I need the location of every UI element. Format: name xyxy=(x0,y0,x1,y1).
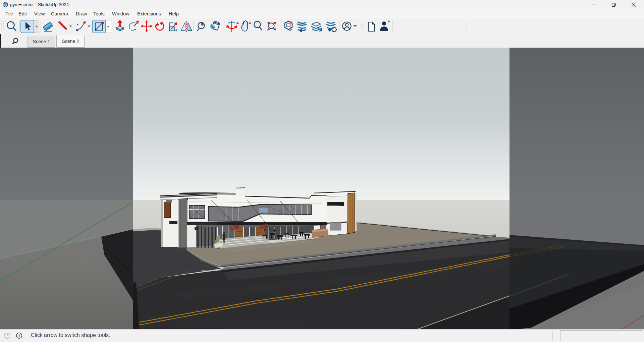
svg-text:?: ? xyxy=(6,334,8,338)
